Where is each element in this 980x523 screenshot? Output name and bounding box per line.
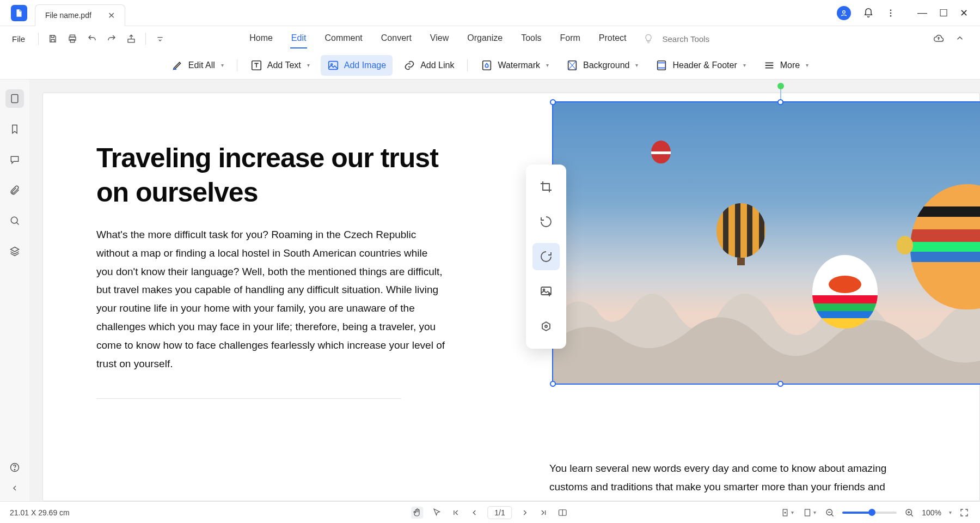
document-paragraph-2: You learn several new words every day an… [549, 459, 909, 501]
resize-handle-tl[interactable] [550, 99, 556, 105]
title-bar: File name.pdf ✕ — ☐ ✕ [0, 0, 980, 26]
menu-tab-convert[interactable]: Convert [380, 29, 413, 48]
replace-image-button[interactable] [532, 278, 560, 305]
menu-tab-edit[interactable]: Edit [290, 29, 308, 48]
first-page-icon[interactable] [450, 507, 461, 518]
add-image-button[interactable]: Add Image [321, 55, 393, 76]
chevron-down-icon: ▾ [806, 62, 808, 68]
rotate-ccw-button[interactable] [532, 208, 560, 235]
main-area: Traveling increase our trust on ourselve… [0, 80, 980, 501]
sidebar-comments[interactable] [5, 150, 24, 169]
rotation-handle[interactable] [777, 83, 784, 89]
resize-handle-tm[interactable] [777, 99, 783, 105]
edit-toolbar: Edit All ▾ Add Text ▾ Add Image Add Link… [0, 51, 980, 80]
add-text-label: Add Text [267, 60, 301, 70]
add-link-button[interactable]: Add Link [397, 55, 461, 76]
menu-tab-home[interactable]: Home [248, 29, 274, 48]
resize-handle-bm[interactable] [777, 381, 783, 387]
svg-rect-7 [128, 39, 134, 42]
collapse-ribbon-icon[interactable] [955, 33, 965, 44]
tab-close-icon[interactable]: ✕ [108, 10, 115, 21]
inserted-image-content [553, 102, 980, 384]
menu-tab-comment[interactable]: Comment [323, 29, 363, 48]
undo-icon[interactable] [84, 32, 100, 46]
redo-icon[interactable] [104, 32, 119, 46]
sidebar-help[interactable] [9, 462, 20, 473]
prev-page-icon[interactable] [469, 507, 480, 518]
selected-image[interactable] [552, 101, 980, 385]
svg-point-0 [843, 10, 846, 13]
image-icon [327, 59, 339, 71]
resize-handle-bl[interactable] [550, 381, 556, 387]
status-bar: 21.01 X 29.69 cm 1/1 ▾ ▾ 100% ▾ [0, 501, 980, 523]
fit-width-icon[interactable]: ▾ [779, 507, 795, 519]
add-link-label: Add Link [420, 60, 454, 70]
svg-point-1 [890, 9, 892, 11]
cloud-upload-icon[interactable] [933, 33, 944, 44]
zoom-slider-thumb[interactable] [868, 509, 875, 516]
next-page-icon[interactable] [520, 507, 531, 518]
file-menu[interactable]: File [10, 32, 27, 46]
chevron-down-icon: ▾ [743, 62, 746, 68]
zoom-in-icon[interactable] [903, 507, 915, 519]
sidebar-thumbnails[interactable] [5, 89, 24, 108]
edit-all-label: Edit All [188, 60, 215, 70]
link-icon [403, 59, 415, 71]
notifications-icon[interactable] [863, 8, 874, 19]
svg-rect-13 [658, 60, 666, 70]
text-box-icon [250, 59, 262, 71]
select-tool-icon[interactable] [431, 507, 443, 519]
app-logo [11, 5, 27, 21]
rotate-cw-button[interactable] [532, 243, 560, 270]
menu-tab-tools[interactable]: Tools [520, 29, 542, 48]
close-button[interactable]: ✕ [960, 7, 968, 19]
header-footer-button[interactable]: Header & Footer ▾ [649, 55, 752, 76]
svg-point-15 [11, 217, 17, 223]
edit-pencil-icon [171, 59, 183, 71]
hand-tool-icon[interactable] [411, 507, 423, 519]
crop-button[interactable] [532, 173, 560, 200]
sidebar-layers[interactable] [5, 242, 24, 260]
more-label: More [780, 60, 800, 70]
save-icon[interactable] [45, 32, 60, 46]
svg-point-20 [545, 325, 547, 327]
add-text-button[interactable]: Add Text ▾ [244, 55, 316, 76]
background-button[interactable]: Background ▾ [560, 55, 645, 76]
separator [38, 33, 39, 45]
zoom-out-icon[interactable] [824, 507, 836, 519]
search-tools-input[interactable] [658, 32, 734, 46]
edit-all-button[interactable]: Edit All ▾ [165, 55, 230, 76]
menu-tab-view[interactable]: View [429, 29, 450, 48]
minimize-button[interactable]: — [917, 7, 927, 19]
reading-mode-icon[interactable] [557, 507, 569, 519]
opacity-button[interactable] [532, 313, 560, 340]
menu-tab-form[interactable]: Form [559, 29, 581, 48]
document-tab[interactable]: File name.pdf ✕ [35, 4, 125, 26]
chevron-down-icon[interactable]: ▾ [949, 509, 952, 515]
menu-tab-protect[interactable]: Protect [598, 29, 628, 48]
document-heading: Traveling increase our trust on ourselve… [96, 141, 445, 209]
print-icon[interactable] [65, 32, 80, 46]
menu-tab-organize[interactable]: Organize [466, 29, 504, 48]
svg-point-17 [14, 470, 15, 470]
customize-dropdown-icon[interactable] [152, 33, 168, 45]
more-button[interactable]: More ▾ [757, 55, 815, 76]
kebab-menu-icon[interactable] [886, 8, 896, 18]
document-canvas[interactable]: Traveling increase our trust on ourselve… [29, 80, 980, 501]
page-layout-icon[interactable]: ▾ [801, 507, 817, 519]
watermark-label: Watermark [498, 60, 540, 70]
fullscreen-icon[interactable] [958, 507, 970, 519]
page-indicator[interactable]: 1/1 [487, 506, 512, 519]
watermark-button[interactable]: Watermark ▾ [474, 55, 555, 76]
share-icon[interactable] [124, 32, 139, 46]
user-account-icon[interactable] [837, 6, 851, 20]
sidebar-collapse[interactable] [10, 484, 19, 492]
sidebar-attachments[interactable] [5, 181, 24, 199]
sidebar-search[interactable] [5, 211, 24, 230]
svg-point-3 [890, 15, 892, 16]
zoom-slider[interactable] [842, 512, 897, 514]
header-footer-icon [656, 59, 667, 71]
maximize-button[interactable]: ☐ [939, 7, 948, 19]
sidebar-bookmarks[interactable] [5, 120, 24, 138]
last-page-icon[interactable] [538, 507, 549, 518]
